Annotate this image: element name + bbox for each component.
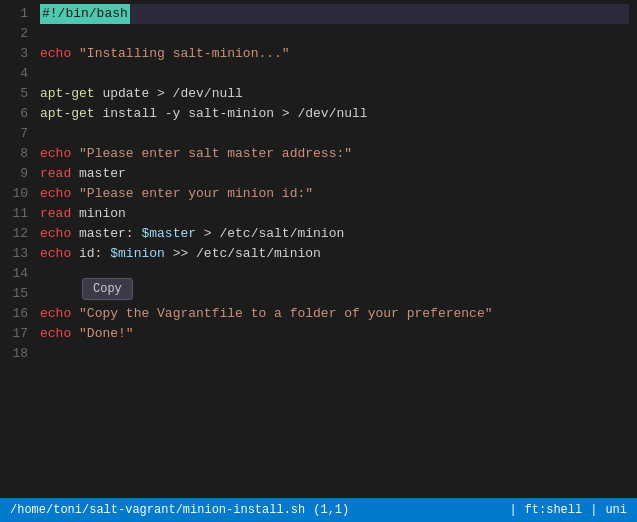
status-separator-1: | [509,503,516,517]
plain-8: > /etc/salt/minion [196,224,344,244]
line-num-6: 6 [8,104,28,124]
line-num-3: 3 [8,44,28,64]
line-num-9: 9 [8,164,28,184]
plain-4: master [71,164,126,184]
string-4: "Copy the Vagrantfile to a folder of you… [79,304,492,324]
line-num-17: 17 [8,324,28,344]
line-num-4: 4 [8,64,28,84]
line-numbers: 1 2 3 4 5 6 7 8 9 10 11 12 13 14 15 16 1… [0,4,32,494]
echo-keyword-7: echo [40,324,71,344]
line-num-14: 14 [8,264,28,284]
shebang-highlight: #!/bin/bash [40,4,130,24]
plain-7: master: [71,224,141,244]
apt-keyword-1: apt-get [40,84,95,104]
read-keyword-1: read [40,164,71,184]
status-path: /home/toni/salt-vagrant/minion-install.s… [10,503,305,517]
copy-button[interactable]: Copy [82,278,133,300]
line-num-18: 18 [8,344,28,364]
var-master: $master [141,224,196,244]
string-2: "Please enter salt master address:" [79,144,352,164]
status-filetype: ft:shell [525,503,583,517]
status-encoding: uni [605,503,627,517]
code-line-9: read master [40,164,629,184]
echo-keyword: echo [40,44,71,64]
code-content: #!/bin/bash echo "Installing salt-minion… [32,4,637,494]
plain-9: id: [71,244,110,264]
echo-keyword-4: echo [40,224,71,244]
line-num-10: 10 [8,184,28,204]
line-num-1: 1 [8,4,28,24]
line-num-16: 16 [8,304,28,324]
code-line-8: echo "Please enter salt master address:" [40,144,629,164]
read-keyword-2: read [40,204,71,224]
code-line-18 [40,344,629,364]
line-num-11: 11 [8,204,28,224]
apt-keyword-2: apt-get [40,104,95,124]
line-num-5: 5 [8,84,28,104]
string-3: "Please enter your minion id:" [79,184,313,204]
plain-11 [71,304,79,324]
code-line-16: echo "Copy the Vagrantfile to a folder o… [40,304,629,324]
code-line-12: echo master: $master > /etc/salt/minion [40,224,629,244]
line-num-15: 15 [8,284,28,304]
echo-keyword-6: echo [40,304,71,324]
plain-10: >> /etc/salt/minion [165,244,321,264]
code-line-6: apt-get install -y salt-minion > /dev/nu… [40,104,629,124]
status-separator-2: | [590,503,597,517]
echo-keyword-5: echo [40,244,71,264]
code-line-7 [40,124,629,144]
var-minion: $minion [110,244,165,264]
code-line-13: echo id: $minion >> /etc/salt/minion [40,244,629,264]
line-num-13: 13 [8,244,28,264]
code-line-11: read minion [40,204,629,224]
code-line-17: echo "Done!" [40,324,629,344]
string-5: "Done!" [79,324,134,344]
code-line-10: echo "Please enter your minion id:" [40,184,629,204]
line-num-7: 7 [8,124,28,144]
plain-3 [71,144,79,164]
code-line-1: #!/bin/bash [40,4,629,24]
status-left: /home/toni/salt-vagrant/minion-install.s… [10,503,509,517]
plain-6: minion [71,204,126,224]
string-1: "Installing salt-minion..." [79,44,290,64]
line-num-2: 2 [8,24,28,44]
status-right: | ft:shell | uni [509,503,627,517]
status-bar: /home/toni/salt-vagrant/minion-install.s… [0,498,637,522]
code-line-2 [40,24,629,44]
code-line-3: echo "Installing salt-minion..." [40,44,629,64]
editor: 1 2 3 4 5 6 7 8 9 10 11 12 13 14 15 16 1… [0,0,637,522]
code-line-4 [40,64,629,84]
status-position: (1,1) [313,503,349,517]
plain-5 [71,184,79,204]
space [71,44,79,64]
plain-12 [71,324,79,344]
line-num-8: 8 [8,144,28,164]
plain-1: update > /dev/null [95,84,243,104]
code-area: 1 2 3 4 5 6 7 8 9 10 11 12 13 14 15 16 1… [0,0,637,498]
line-num-12: 12 [8,224,28,244]
echo-keyword-2: echo [40,144,71,164]
code-line-5: apt-get update > /dev/null [40,84,629,104]
echo-keyword-3: echo [40,184,71,204]
plain-2: install -y salt-minion > /dev/null [95,104,368,124]
